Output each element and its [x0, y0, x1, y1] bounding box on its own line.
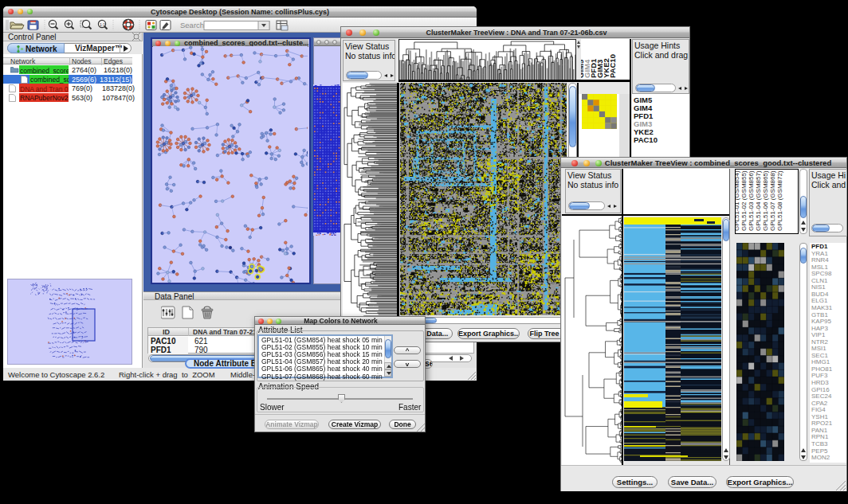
svg-text:GPL51-02 (GSM855): GPL51-02 (GSM855): [740, 170, 748, 231]
svg-text:GPL51-03 (GSM856): GPL51-03 (GSM856): [748, 170, 755, 231]
svg-text:GPL51-07 (GSM868): GPL51-07 (GSM868): [769, 170, 776, 231]
svg-text:GPL51-08 (GSM872): GPL51-08 (GSM872): [776, 170, 783, 231]
svg-text:GPL51-06 (GSM865): GPL51-06 (GSM865): [762, 170, 769, 231]
svg-text:PAC10: PAC10: [608, 54, 617, 78]
svg-text:1:1: 1:1: [100, 22, 105, 27]
svg-text:GPL51-04 (GSM857): GPL51-04 (GSM857): [755, 170, 762, 231]
svg-text:Search:: Search:: [180, 21, 206, 29]
